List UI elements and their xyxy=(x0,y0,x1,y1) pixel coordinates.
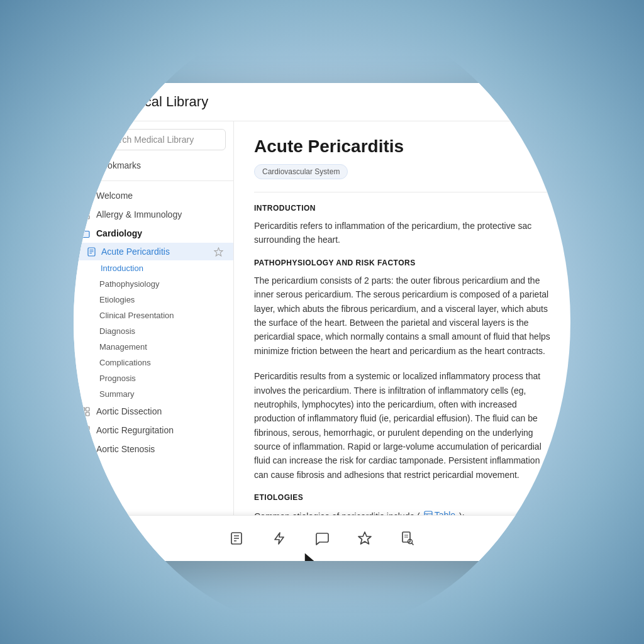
search-icon xyxy=(89,135,99,145)
svg-rect-8 xyxy=(81,196,85,200)
document-search-icon xyxy=(400,531,415,546)
active-article[interactable]: Acute Pericarditis xyxy=(70,243,233,260)
svg-rect-6 xyxy=(81,192,85,196)
sub-item-pathophysiology[interactable]: Pathophysiology xyxy=(70,276,233,292)
article-icon xyxy=(87,247,96,257)
grid-icon-4 xyxy=(80,426,90,435)
section-etiologies: ETIOLOGIES Common etiologies of pericard… xyxy=(254,493,553,515)
sidebar-item-allergy[interactable]: Allergy & Immunology xyxy=(70,205,233,224)
sub-item-prognosis[interactable]: Prognosis xyxy=(70,370,233,386)
toolbar-bookmark-button[interactable] xyxy=(351,525,379,552)
svg-rect-23 xyxy=(81,426,85,430)
main-layout: Search Medical Library Bookmarks Welcome xyxy=(70,121,574,515)
svg-rect-11 xyxy=(86,211,90,214)
content-divider-1 xyxy=(254,192,553,192)
app-window: Medical Library Search Medical Library B… xyxy=(70,83,574,561)
welcome-label: Welcome xyxy=(96,191,133,201)
bookmark-star-icon[interactable] xyxy=(214,247,223,257)
star-icon xyxy=(80,160,91,170)
active-article-label: Acute Pericarditis xyxy=(101,247,214,257)
bookmarks-item[interactable]: Bookmarks xyxy=(70,155,233,175)
search-bar[interactable]: Search Medical Library xyxy=(78,129,226,150)
svg-marker-18 xyxy=(214,247,223,255)
svg-rect-21 xyxy=(81,412,85,416)
svg-rect-26 xyxy=(86,431,90,435)
header: Medical Library xyxy=(70,83,574,121)
aortic-dissection-label: Aortic Dissection xyxy=(96,406,162,416)
svg-rect-22 xyxy=(86,412,90,416)
toolbar-notes-button[interactable] xyxy=(223,525,250,552)
svg-rect-27 xyxy=(81,445,85,449)
introduction-text: Pericarditis refers to inflammation of t… xyxy=(254,219,553,247)
cardiology-label: Cardiology xyxy=(96,228,142,238)
svg-rect-24 xyxy=(86,426,90,430)
svg-marker-5 xyxy=(81,161,90,170)
sidebar-item-aortic-stenosis[interactable]: Aortic Stenosis xyxy=(70,440,233,458)
svg-rect-29 xyxy=(81,450,85,453)
sidebar-divider xyxy=(70,180,233,181)
allergy-label: Allergy & Immunology xyxy=(96,209,182,219)
sub-sections: Introduction Pathophysiology Etiologies … xyxy=(70,260,233,402)
grid-icon-3 xyxy=(80,407,90,416)
bottom-toolbar xyxy=(70,515,574,561)
sidebar-item-aortic-dissection[interactable]: Aortic Dissection xyxy=(70,402,233,421)
folder-icon xyxy=(80,229,90,238)
app-title: Medical Library xyxy=(114,94,208,110)
sub-item-complications[interactable]: Complications xyxy=(70,355,233,370)
comment-icon xyxy=(314,531,330,546)
grid-icon-2 xyxy=(80,210,90,219)
search-placeholder: Search Medical Library xyxy=(104,135,194,145)
grid-icon xyxy=(80,191,90,201)
svg-rect-30 xyxy=(86,450,90,453)
notes-icon xyxy=(229,531,244,546)
section-introduction: INTRODUCTION Pericarditis refers to infl… xyxy=(254,204,553,247)
bookmarks-label: Bookmarks xyxy=(97,160,141,170)
svg-rect-7 xyxy=(86,192,90,196)
content-area: Acute Pericarditis Cardiovascular System… xyxy=(234,121,574,515)
aortic-regurgitation-label: Aortic Regurgitation xyxy=(96,425,174,435)
svg-rect-2 xyxy=(89,104,100,106)
sidebar: Search Medical Library Bookmarks Welcome xyxy=(70,121,234,515)
etiologies-intro: Common etiologies of pericarditis includ… xyxy=(254,508,553,515)
grid-icon-5 xyxy=(80,445,90,454)
flash-icon xyxy=(272,531,287,546)
article-tag: Cardiovascular System xyxy=(254,164,348,179)
sidebar-item-welcome[interactable]: Welcome xyxy=(70,186,233,205)
svg-rect-20 xyxy=(86,408,90,411)
toolbar-document-search-button[interactable] xyxy=(394,525,421,552)
star-bookmark-icon xyxy=(357,531,372,546)
toolbar-comment-button[interactable] xyxy=(308,525,336,552)
svg-rect-28 xyxy=(86,445,90,449)
sidebar-item-cardiology[interactable]: Cardiology xyxy=(70,224,233,243)
etiologies-heading: ETIOLOGIES xyxy=(254,493,553,502)
svg-rect-9 xyxy=(86,196,90,200)
section-pathophysiology: PATHOPHYSIOLOGY AND RISK FACTORS The per… xyxy=(254,258,553,482)
svg-rect-19 xyxy=(81,408,85,411)
svg-rect-12 xyxy=(81,215,85,219)
svg-line-42 xyxy=(412,543,414,545)
sidebar-item-aortic-regurgitation[interactable]: Aortic Regurgitation xyxy=(70,421,233,440)
svg-rect-10 xyxy=(81,211,85,214)
svg-point-3 xyxy=(90,136,96,142)
cursor xyxy=(303,551,322,561)
svg-marker-39 xyxy=(358,532,371,544)
article-title: Acute Pericarditis xyxy=(254,136,553,157)
svg-rect-0 xyxy=(89,97,100,99)
pathophysiology-text-2: Pericarditis results from a systemic or … xyxy=(254,369,553,482)
pathophysiology-text-1: The pericardium consists of 2 parts: the… xyxy=(254,274,553,358)
introduction-heading: INTRODUCTION xyxy=(254,204,553,213)
svg-rect-1 xyxy=(89,101,100,103)
toolbar-flash-button[interactable] xyxy=(265,525,293,552)
svg-rect-25 xyxy=(81,431,85,435)
aortic-stenosis-label: Aortic Stenosis xyxy=(96,444,155,454)
sub-item-diagnosis[interactable]: Diagnosis xyxy=(70,323,233,339)
svg-line-4 xyxy=(96,142,98,144)
menu-button[interactable] xyxy=(83,91,106,113)
table-link[interactable]: Table xyxy=(424,508,455,515)
sub-item-management[interactable]: Management xyxy=(70,339,233,355)
sub-item-clinical[interactable]: Clinical Presentation xyxy=(70,308,233,323)
sub-item-summary[interactable]: Summary xyxy=(70,386,233,402)
sub-item-introduction[interactable]: Introduction xyxy=(70,260,233,276)
sub-item-etiologies[interactable]: Etiologies xyxy=(70,292,233,308)
svg-rect-13 xyxy=(86,215,90,219)
